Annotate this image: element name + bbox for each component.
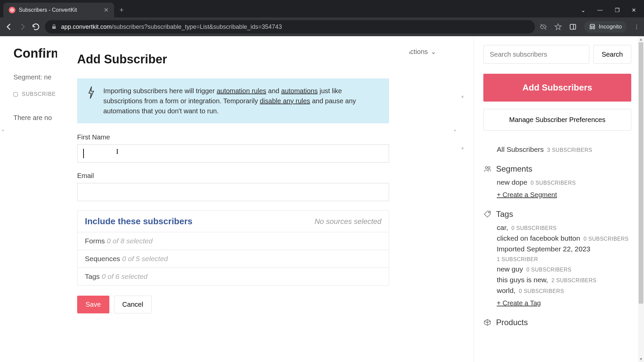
include-none-text: No sources selected bbox=[315, 217, 381, 226]
tag-item[interactable]: new guy 0 SUBSCRIBERS bbox=[497, 265, 631, 273]
products-heading: Products bbox=[483, 318, 631, 327]
add-subscribers-button[interactable]: Add Subscribers bbox=[483, 74, 631, 102]
disable-rules-link[interactable]: disable any rules bbox=[260, 97, 310, 105]
search-button[interactable]: Search bbox=[593, 45, 631, 64]
favicon-icon bbox=[9, 7, 15, 13]
select-all-checkbox[interactable] bbox=[13, 92, 18, 97]
tab-title: Subscribers - ConvertKit bbox=[19, 7, 100, 13]
scroll-up-arrow-icon[interactable]: ▲ bbox=[638, 36, 644, 42]
browser-tab[interactable]: Subscribers - ConvertKit ✕ bbox=[3, 3, 114, 17]
automation-rules-link[interactable]: automation rules bbox=[217, 87, 266, 95]
eye-off-icon[interactable] bbox=[540, 23, 547, 31]
scrollbar-thumb[interactable] bbox=[639, 42, 643, 304]
include-title: Include these subscribers bbox=[85, 216, 193, 227]
email-label: Email bbox=[77, 172, 389, 180]
email-input[interactable] bbox=[77, 183, 389, 201]
actions-dropdown[interactable]: Actions ⌄ bbox=[406, 48, 436, 56]
sequences-row[interactable]: Sequences 0 of 5 selected bbox=[77, 250, 389, 268]
include-subscribers-box: Include these subscribers No sources sel… bbox=[77, 210, 389, 286]
incognito-badge[interactable]: Incognito bbox=[584, 21, 627, 33]
add-subscriber-modal: Add Subscriber Importing subscribers her… bbox=[57, 36, 409, 362]
chevron-down-icon[interactable]: ⌄ bbox=[581, 7, 585, 13]
product-icon bbox=[483, 318, 491, 326]
maximize-icon[interactable]: ❐ bbox=[615, 7, 620, 13]
text-caret bbox=[83, 149, 84, 158]
info-text: Importing subscribers here will trigger … bbox=[103, 86, 380, 116]
column-header: SUBSCRIBE bbox=[22, 91, 56, 97]
automations-link[interactable]: automations bbox=[281, 87, 318, 95]
forward-button[interactable] bbox=[18, 22, 27, 31]
svg-point-4 bbox=[485, 167, 487, 169]
svg-rect-2 bbox=[570, 24, 576, 29]
svg-point-5 bbox=[488, 167, 490, 169]
first-name-input[interactable] bbox=[77, 144, 389, 163]
address-input[interactable]: app.convertkit.com/subscribers?subscriba… bbox=[45, 20, 535, 34]
close-window-icon[interactable]: ✕ bbox=[632, 7, 636, 13]
tag-item[interactable]: world, 0 SUBSCRIBERS bbox=[497, 287, 631, 295]
create-segment-link[interactable]: + Create a Segment bbox=[497, 191, 557, 199]
reload-button[interactable] bbox=[32, 22, 40, 31]
window-controls: ⌄ — ❐ ✕ bbox=[581, 3, 644, 17]
svg-point-6 bbox=[489, 212, 490, 213]
browser-titlebar: Subscribers - ConvertKit ✕ + ⌄ — ❐ ✕ bbox=[0, 0, 644, 17]
tag-item[interactable]: clicked on facebook button 0 SUBSCRIBERS bbox=[497, 234, 631, 242]
star-icon[interactable] bbox=[554, 23, 562, 31]
lightning-icon bbox=[86, 86, 96, 99]
scroll-down-arrow-icon[interactable]: ▼ bbox=[638, 356, 644, 362]
panel-icon[interactable] bbox=[569, 23, 577, 31]
close-icon[interactable]: ✕ bbox=[104, 6, 109, 14]
tags-heading: Tags bbox=[483, 209, 631, 219]
people-icon bbox=[483, 165, 491, 173]
tag-item[interactable]: Imported September 22, 2023 1 SUBSCRIBER bbox=[497, 245, 631, 262]
tags-row[interactable]: Tags 0 of 6 selected bbox=[77, 268, 389, 285]
kebab-menu-icon[interactable]: ⋮ bbox=[634, 24, 639, 30]
lock-icon bbox=[51, 24, 57, 30]
info-banner: Importing subscribers here will trigger … bbox=[77, 78, 389, 123]
modal-title: Add Subscriber bbox=[77, 52, 389, 66]
first-name-label: First Name bbox=[77, 133, 389, 141]
search-subscribers-input[interactable] bbox=[483, 45, 589, 64]
all-subscribers-link[interactable]: All Subscribers 3 SUBSCRIBERS bbox=[497, 145, 631, 154]
scroll-up-arrow-icon: ▲ bbox=[460, 94, 466, 99]
svg-rect-1 bbox=[52, 26, 56, 29]
tag-item[interactable]: car, 0 SUBSCRIBERS bbox=[497, 224, 631, 232]
back-button[interactable] bbox=[5, 22, 13, 31]
expand-caret-icon[interactable]: ▸ bbox=[454, 127, 457, 133]
scroll-down-arrow-icon: ▼ bbox=[460, 146, 466, 151]
save-button[interactable]: Save bbox=[77, 296, 109, 313]
right-sidebar: Search Add Subscribers Manage Subscriber… bbox=[474, 36, 638, 362]
inner-scrollbar[interactable]: ▲ ▼ bbox=[460, 94, 466, 151]
segment-item[interactable]: new dope 0 SUBSCRIBERS bbox=[497, 178, 631, 186]
incognito-icon bbox=[589, 23, 596, 31]
chevron-down-icon: ⌄ bbox=[431, 48, 436, 56]
tag-icon bbox=[483, 210, 491, 218]
svg-point-0 bbox=[11, 9, 13, 11]
url-text: app.convertkit.com/subscribers?subscriba… bbox=[61, 23, 282, 31]
create-tag-link[interactable]: + Create a Tag bbox=[497, 299, 541, 307]
minimize-icon[interactable]: — bbox=[597, 7, 603, 13]
page-scrollbar[interactable]: ▲ ▼ bbox=[638, 36, 644, 362]
segments-heading: Segments bbox=[483, 164, 631, 174]
forms-row[interactable]: Forms 0 of 8 selected bbox=[77, 232, 389, 250]
browser-addressbar: app.convertkit.com/subscribers?subscriba… bbox=[0, 17, 644, 36]
cancel-button[interactable]: Cancel bbox=[114, 296, 152, 313]
manage-preferences-button[interactable]: Manage Subscriber Preferences bbox=[483, 109, 631, 131]
new-tab-button[interactable]: + bbox=[114, 3, 129, 17]
tag-item[interactable]: this guys is new, 2 SUBSCRIBERS bbox=[497, 276, 631, 284]
collapse-caret-icon[interactable]: ◂ bbox=[1, 127, 4, 133]
